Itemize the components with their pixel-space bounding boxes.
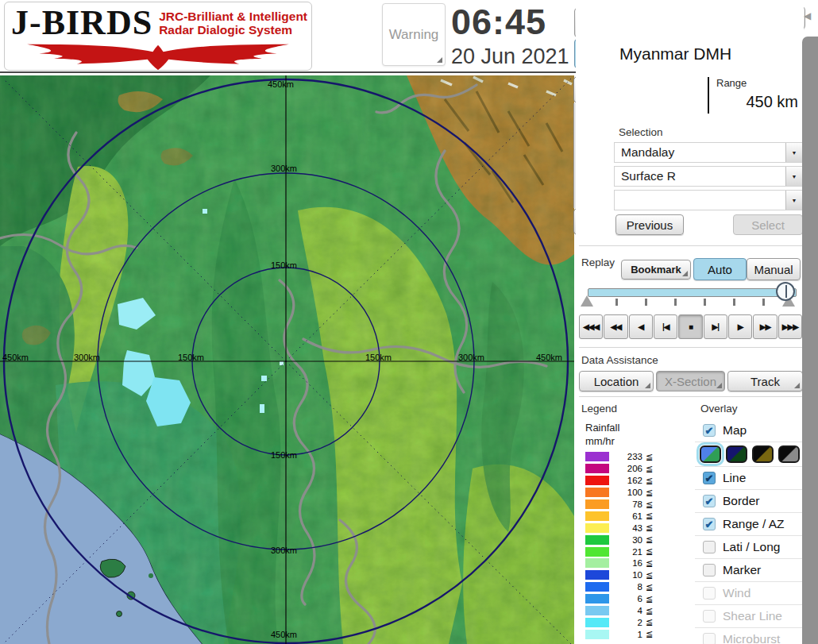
marker-checkbox[interactable]	[703, 564, 716, 577]
divider	[579, 347, 802, 348]
data-assistance-label: Data Assistance	[581, 354, 658, 366]
fast-forward-button[interactable]: ▶▶	[753, 314, 777, 339]
overlay-row-lati-long: Lati / Long	[695, 536, 803, 559]
overlay-item-label: Microburst	[723, 632, 780, 644]
location-button[interactable]: Location	[579, 371, 654, 391]
timeline-tick	[762, 299, 765, 306]
radar-map-display[interactable]: 450km300km150km150km300km450km450km300km…	[0, 75, 574, 644]
legend-color-swatch	[585, 630, 609, 639]
menu-corner-icon	[437, 57, 442, 63]
less-equal-symbol: ≦	[646, 546, 653, 557]
range-ring-label: 450km	[536, 353, 562, 362]
x-section-button[interactable]: X-Section	[656, 371, 725, 391]
legend-row: 61≦	[585, 510, 689, 522]
legend-row: 162≦	[585, 475, 689, 487]
map-style-swatch-2[interactable]	[726, 445, 747, 463]
stop-button[interactable]: ■	[678, 314, 702, 339]
less-equal-symbol: ≦	[646, 617, 653, 627]
clock-time: 06:45	[451, 2, 546, 43]
legend-row: 4≦	[585, 605, 689, 617]
less-equal-symbol: ≦	[646, 523, 653, 533]
select-button[interactable]: Select	[733, 214, 803, 235]
lati-long-checkbox[interactable]	[703, 541, 716, 553]
legend-color-swatch	[585, 547, 609, 557]
range-ring-label: 150km	[178, 353, 204, 362]
chevron-down-icon[interactable]: ▼	[785, 167, 802, 186]
line-checkbox[interactable]: ✔	[703, 472, 716, 484]
microburst-checkbox	[703, 633, 716, 644]
legend-value: 6	[614, 594, 642, 604]
legend-value: 78	[614, 499, 642, 509]
map-style-swatch-4[interactable]	[778, 445, 800, 463]
timeline-start-marker[interactable]	[581, 295, 593, 307]
legend-row: 100≦	[585, 487, 689, 499]
legend-row: 206≦	[585, 463, 689, 475]
map-style-swatch-3[interactable]	[752, 445, 774, 463]
legend-value: 4	[614, 606, 642, 615]
auto-replay-button[interactable]: Auto	[693, 258, 747, 280]
less-equal-symbol: ≦	[646, 606, 653, 616]
range-ring-label: 150km	[271, 451, 297, 460]
rewind-button[interactable]: ◀◀	[604, 314, 627, 339]
replay-timeline-track[interactable]	[588, 288, 797, 297]
range-az-checkbox[interactable]: ✔	[703, 518, 716, 530]
jbirds-app: J-BIRDS JRC-Brilliant & Intelligent Rada…	[0, 0, 818, 644]
chevron-down-icon[interactable]: ▼	[785, 143, 802, 162]
shear-line-checkbox	[703, 610, 716, 623]
extra-dropdown[interactable]: ▼	[614, 190, 803, 210]
track-button[interactable]: Track	[727, 371, 803, 391]
menu-corner-icon	[794, 383, 800, 388]
legend-color-swatch	[585, 570, 609, 580]
legend-color-swatch	[585, 535, 609, 545]
header-divider	[0, 71, 601, 73]
bookmark-button[interactable]: Bookmark	[621, 260, 691, 280]
legend-label: Legend	[581, 403, 617, 415]
product-dropdown[interactable]: Surface R▼	[614, 166, 803, 187]
chevron-down-icon[interactable]: ▼	[785, 191, 802, 210]
divider	[579, 396, 802, 397]
legend-color-swatch	[585, 606, 609, 615]
overlay-item-label: Wind	[723, 586, 750, 600]
timeline-tick	[704, 299, 706, 306]
legend-color-swatch	[585, 452, 609, 461]
range-label: Range	[716, 77, 747, 89]
legend-value: 10	[614, 570, 642, 580]
site-dropdown[interactable]: Mandalay▼	[614, 142, 803, 163]
legend-value: 206	[614, 464, 642, 473]
overlay-item-label: Marker	[723, 563, 761, 577]
overlay-row-marker: Marker	[695, 559, 803, 582]
overlay-row-wind: Wind	[695, 582, 803, 605]
legend-value: 233	[614, 452, 642, 461]
legend-row: 78≦	[585, 499, 689, 511]
less-equal-symbol: ≦	[646, 452, 653, 462]
map-style-swatch-1[interactable]	[700, 445, 721, 463]
replay-timeline-handle[interactable]	[776, 282, 795, 301]
overlay-item-label: Line	[723, 471, 746, 485]
play-backward-button[interactable]: ◀	[629, 314, 653, 339]
site-dropdown-value: Mandalay	[615, 143, 785, 162]
overlay-options: ✔Map✔Line✔Border✔Range / AZLati / LongMa…	[695, 419, 803, 644]
less-equal-symbol: ≦	[646, 476, 653, 486]
less-equal-symbol: ≦	[646, 511, 653, 521]
bookmark-label: Bookmark	[631, 264, 681, 276]
range-ring-label: 450km	[268, 80, 294, 89]
map-checkbox[interactable]: ✔	[703, 424, 716, 437]
legend-value: 162	[614, 476, 642, 485]
timeline-tick	[645, 299, 647, 306]
collapse-panel-icon[interactable]: ◀	[804, 10, 811, 21]
jump-start-button[interactable]: ◀◀◀	[579, 314, 603, 339]
step-back-button[interactable]: |◀	[654, 314, 677, 339]
jump-end-button[interactable]: ▶▶▶	[778, 314, 802, 339]
legend-color-swatch	[585, 558, 609, 568]
border-checkbox[interactable]: ✔	[703, 495, 716, 507]
play-button[interactable]: ▶	[728, 314, 752, 339]
warning-button[interactable]: Warning	[382, 3, 446, 66]
clock-date: 20 Jun 2021	[451, 44, 569, 69]
less-equal-symbol: ≦	[646, 558, 653, 569]
previous-button[interactable]: Previous	[615, 214, 684, 235]
legend-color-swatch	[585, 488, 609, 497]
legend-color-swatch	[585, 523, 609, 533]
overlay-row-range-az: ✔Range / AZ	[695, 513, 803, 536]
manual-replay-button[interactable]: Manual	[747, 258, 801, 280]
step-forward-button[interactable]: ▶|	[704, 314, 727, 339]
